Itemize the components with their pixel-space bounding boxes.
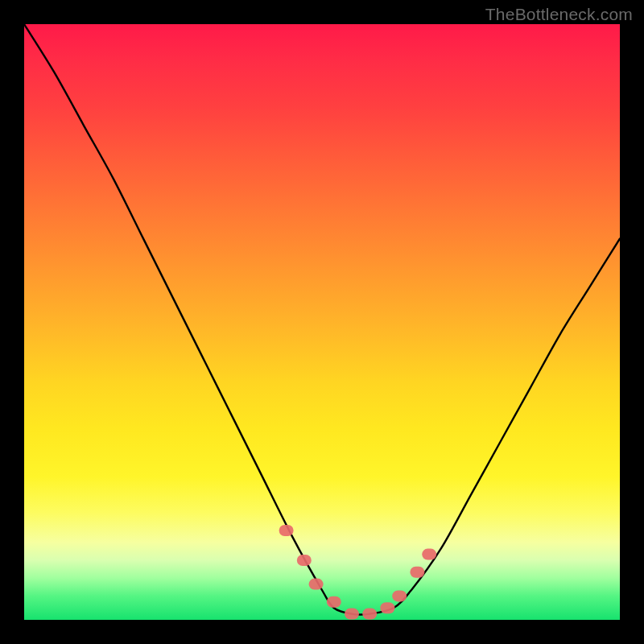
marker-dot — [327, 597, 341, 608]
marker-dot — [279, 525, 294, 536]
chart-frame: TheBottleneck.com — [0, 0, 644, 644]
marker-dot — [297, 555, 312, 566]
marker-dot — [309, 579, 324, 590]
marker-dot — [345, 609, 359, 620]
watermark-text: TheBottleneck.com — [485, 5, 633, 24]
marker-dot — [410, 567, 424, 578]
marker-dot — [380, 602, 394, 613]
marker-dot — [392, 590, 407, 601]
marker-layer — [24, 24, 620, 620]
marker-dot — [362, 609, 377, 620]
marker-group — [279, 525, 437, 620]
plot-area — [24, 24, 620, 620]
marker-dot — [422, 549, 436, 560]
